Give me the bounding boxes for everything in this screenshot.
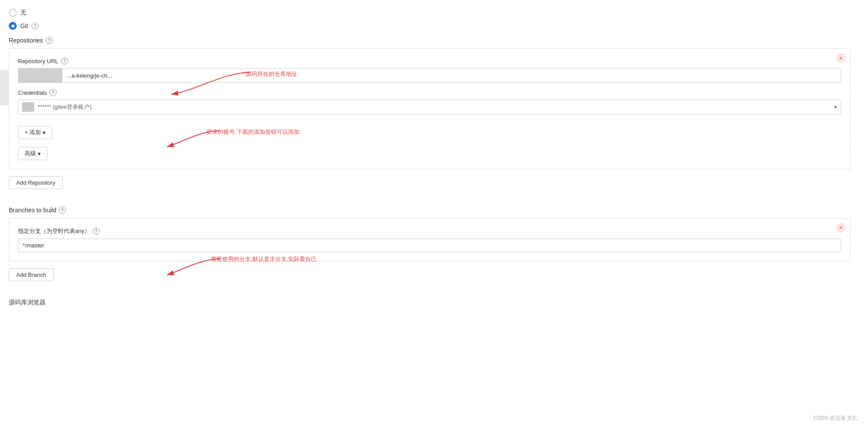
radio-none[interactable]: [9, 9, 17, 17]
add-repository-label: Add Repository: [16, 179, 55, 186]
radio-git-label: Git: [20, 22, 28, 29]
add-branch-btn[interactable]: Add Branch: [9, 268, 54, 281]
credentials-help-icon[interactable]: ?: [50, 89, 57, 96]
advanced-btn[interactable]: 高级 ▾: [18, 147, 47, 160]
add-credentials-arrow: ▾: [43, 129, 46, 136]
add-repository-btn[interactable]: Add Repository: [9, 176, 63, 189]
repositories-section: Repositories ? × Repository URL ? Creden…: [9, 37, 850, 198]
add-credentials-label: + 添加: [25, 129, 41, 136]
branch-field-label: 指定分支（为空时代表any） ?: [18, 227, 841, 235]
repo-url-input[interactable]: [62, 68, 841, 83]
close-repository-btn[interactable]: ×: [836, 53, 846, 63]
radio-none-label: 无: [20, 9, 26, 17]
credentials-value: ****** (gitee登录账户): [38, 103, 92, 111]
repository-box: × Repository URL ? Credentials ?: [9, 48, 850, 169]
credentials-select-wrapper: ****** (gitee登录账户) ▾: [18, 100, 841, 114]
credentials-label: Credentials ?: [18, 89, 841, 96]
close-branch-btn[interactable]: ×: [836, 223, 846, 232]
branch-input[interactable]: [18, 239, 841, 252]
watermark: CSDN @花落 失忆: [813, 415, 857, 422]
radio-group: 无 Git ?: [9, 9, 850, 30]
credentials-select[interactable]: ****** (gitee登录账户): [18, 100, 841, 114]
repositories-help-icon[interactable]: ?: [46, 37, 53, 44]
branches-section: Branches to build ? × 指定分支（为空时代表any） ? A…: [9, 207, 850, 290]
add-credentials-area: + 添加 ▾: [18, 120, 841, 139]
branch-box: × 指定分支（为空时代表any） ?: [9, 218, 850, 261]
add-credentials-btn[interactable]: + 添加 ▾: [18, 126, 52, 139]
page-wrapper: 无 Git ? Repositories ? × Repository URL …: [0, 0, 868, 429]
radio-git[interactable]: [9, 22, 17, 30]
branch-help-icon[interactable]: ?: [93, 228, 100, 235]
advanced-area: 高级 ▾: [18, 141, 841, 160]
advanced-label: 高级: [25, 150, 36, 157]
credentials-field: Credentials ? ****** (gitee登录账户) ▾: [18, 89, 841, 114]
repositories-label: Repositories ?: [9, 37, 850, 44]
source-browser-label: 源码库浏览器: [9, 299, 850, 307]
advanced-arrow: ▾: [38, 150, 41, 157]
radio-item-none[interactable]: 无: [9, 9, 850, 17]
add-branch-label: Add Branch: [16, 272, 46, 278]
radio-item-git[interactable]: Git ?: [9, 22, 850, 30]
branches-label: Branches to build ?: [9, 207, 850, 214]
git-help-icon[interactable]: ?: [32, 22, 39, 29]
repo-url-help-icon[interactable]: ?: [61, 57, 68, 64]
repo-url-label: Repository URL ?: [18, 57, 841, 64]
branches-help-icon[interactable]: ?: [59, 207, 66, 214]
